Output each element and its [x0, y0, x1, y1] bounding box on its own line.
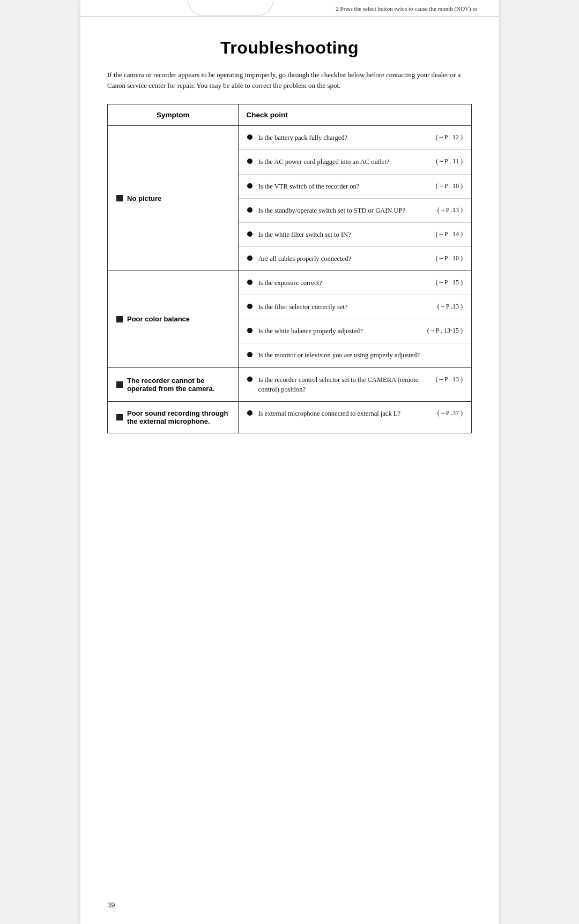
checkpoint-text: Is the exposure correct?: [258, 278, 426, 288]
bullet-icon: [247, 352, 253, 357]
page: 2 Press the select button twice to cause…: [80, 0, 499, 924]
checkpoint-item: Are all cables properly connected?(→P . …: [239, 247, 471, 271]
bullet-icon: [247, 231, 253, 237]
table-row: Poor color balanceIs the exposure correc…: [108, 271, 472, 368]
checkpoint-ref: (→P . 10 ): [436, 254, 463, 263]
symptom-header: Symptom: [108, 104, 239, 126]
checkpoint-text: Is external microphone connected to exte…: [258, 409, 427, 418]
checkpoint-ref: (→P .13 ): [437, 302, 463, 311]
checkpoints-cell-2: Is the recorder control selector set to …: [239, 367, 472, 401]
symptom-cell-0: No picture: [108, 126, 239, 271]
symptom-icon: [116, 414, 123, 420]
bullet-icon: [247, 159, 253, 164]
bullet-icon: [247, 328, 253, 333]
page-number: 39: [107, 901, 115, 909]
bullet-icon: [247, 134, 253, 140]
top-bar-text: 2 Press the select button twice to cause…: [336, 5, 477, 12]
bullet-icon: [247, 256, 253, 261]
checkpoint-item: Is the monitor or television you are usi…: [239, 343, 471, 367]
bullet-icon: [247, 377, 253, 382]
checkpoint-text: Is the white filter switch set to IN?: [258, 230, 426, 239]
checkpoint-item: Is external microphone connected to exte…: [239, 402, 471, 425]
checkpoint-text: Is the recorder control selector set to …: [258, 375, 426, 394]
checkpoint-text: Is the AC power cord plugged into an AC …: [258, 157, 426, 167]
checkpoint-ref: (→P .13 ): [437, 206, 463, 215]
checkpoint-item: Is the recorder control selector set to …: [239, 368, 471, 401]
checkpoint-ref: (→P . 12 ): [436, 133, 463, 142]
checkpoints-cell-3: Is external microphone connected to exte…: [239, 401, 472, 433]
checkpoint-text: Is the standby/operate switch set to STD…: [258, 206, 427, 215]
symptom-icon: [116, 381, 123, 388]
symptom-icon: [116, 195, 123, 201]
checkpoints-cell-1: Is the exposure correct?(→P . 15 )Is the…: [239, 271, 472, 368]
symptom-label-text: The recorder cannot be operated from the…: [127, 377, 229, 393]
checkpoint-item: Is the VTR switch of the recorder on?(→P…: [239, 175, 471, 199]
symptom-cell-3: Poor sound recording through the externa…: [108, 401, 239, 433]
checkpoint-ref: (→P . 11 ): [436, 157, 463, 166]
symptom-label-text: Poor color balance: [127, 315, 190, 323]
symptom-label-text: Poor sound recording through the externa…: [127, 409, 229, 425]
symptom-cell-2: The recorder cannot be operated from the…: [108, 367, 239, 401]
checkpoint-item: Is the white balance properly adjusted?(…: [239, 319, 471, 343]
checkpoint-item: Is the standby/operate switch set to STD…: [239, 199, 471, 223]
checkpoint-text: Is the filter selector correctly set?: [258, 302, 427, 312]
bullet-icon: [247, 183, 253, 189]
checkpoint-item: Is the exposure correct?(→P . 15 ): [239, 271, 471, 295]
checkpoint-text: Is the monitor or television you are usi…: [258, 350, 463, 360]
bullet-icon: [247, 207, 253, 213]
checkpoint-text: Is the VTR switch of the recorder on?: [258, 182, 426, 191]
symptom-cell-1: Poor color balance: [108, 271, 239, 368]
checkpoint-ref: (→P . 10 ): [436, 182, 463, 191]
checkpoint-header: Check point: [239, 104, 472, 126]
top-bar-curve: [188, 0, 273, 16]
checkpoint-text: Are all cables properly connected?: [258, 254, 426, 264]
checkpoints-cell-0: Is the battery pack fully charged?(→P . …: [239, 126, 472, 271]
table-row: No pictureIs the battery pack fully char…: [108, 126, 472, 271]
table-row: The recorder cannot be operated from the…: [108, 367, 472, 401]
bullet-icon: [247, 280, 253, 285]
checkpoint-ref: (→P . 13 ): [436, 375, 463, 384]
troubleshooting-table: Symptom Check point No pictureIs the bat…: [107, 104, 472, 433]
checkpoint-text: Is the white balance properly adjusted?: [258, 326, 417, 336]
symptom-label-text: No picture: [127, 194, 161, 202]
checkpoint-item: Is the battery pack fully charged?(→P . …: [239, 126, 471, 150]
checkpoint-item: Is the AC power cord plugged into an AC …: [239, 150, 471, 174]
symptom-icon: [116, 316, 123, 322]
bullet-icon: [247, 304, 253, 309]
table-row: Poor sound recording through the externa…: [108, 401, 472, 433]
checkpoint-text: Is the battery pack fully charged?: [258, 133, 426, 142]
content: Troubleshooting If the camera or recorde…: [80, 17, 499, 465]
bullet-icon: [247, 410, 253, 416]
checkpoint-ref: (→P . 15 ): [436, 278, 463, 287]
checkpoint-item: Is the filter selector correctly set?(→P…: [239, 295, 471, 319]
top-bar: 2 Press the select button twice to cause…: [80, 0, 499, 17]
page-title: Troubleshooting: [107, 38, 472, 58]
checkpoint-ref: (→P .37 ): [437, 409, 463, 418]
checkpoint-ref: (→P . 14 ): [436, 230, 463, 239]
checkpoint-item: Is the white filter switch set to IN?(→P…: [239, 223, 471, 247]
intro-text: If the camera or recorder appears to be …: [107, 70, 472, 91]
checkpoint-ref: (→P . 13-15 ): [427, 326, 463, 335]
